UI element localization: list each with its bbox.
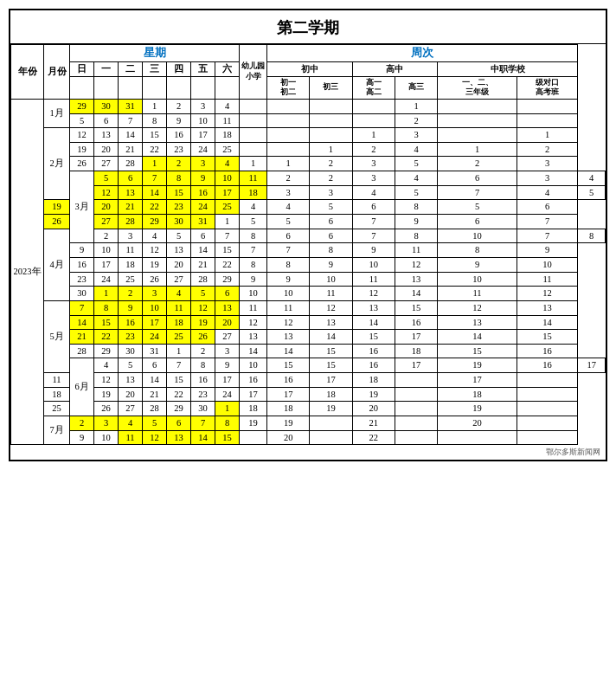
day-cell: 1 (143, 157, 167, 171)
j3-cell: 2 (310, 157, 352, 171)
day-cell: 28 (119, 215, 143, 229)
week-number-header: 周次 (267, 45, 578, 62)
day-cell: 6 (215, 287, 240, 301)
h12-cell: 11 (352, 272, 395, 287)
wd-sub-wed (143, 76, 167, 99)
j3-cell (310, 128, 352, 143)
j3-cell: 17 (310, 373, 352, 388)
table-row: 25 26 27 28 29 30 1 18 18 19 20 19 (11, 402, 606, 416)
table-row: 5 6 7 8 9 10 11 2 (11, 113, 606, 128)
vgk-cell: 15 (517, 330, 577, 345)
j12-cell (267, 128, 310, 143)
vgk-cell: 1 (517, 128, 577, 143)
wd-sub-mon (94, 76, 119, 99)
table-row: 11 12 13 14 15 16 17 16 16 17 18 17 (11, 373, 606, 388)
h12-cell: 16 (352, 344, 395, 358)
day-cell: 16 (191, 373, 215, 388)
day-cell: 8 (191, 358, 215, 373)
year-cell: 2023年 (11, 99, 44, 444)
day-cell: 4 (215, 99, 240, 113)
day-cell: 23 (167, 200, 191, 215)
month-may: 5月 (44, 300, 70, 372)
day-cell: 21 (119, 200, 143, 215)
day-cell: 22 (215, 257, 240, 272)
vgk-cell (517, 99, 577, 113)
day-cell: 4 (215, 157, 240, 171)
day-cell: 29 (167, 402, 191, 416)
day-cell: 30 (191, 402, 215, 416)
j12-cell: 17 (267, 387, 310, 402)
day-cell: 21 (143, 387, 167, 402)
j12-cell: 4 (267, 200, 310, 215)
v12-cell: 1 (438, 142, 517, 157)
vgk-cell: 13 (517, 300, 577, 315)
wd-sun: 日 (70, 61, 94, 76)
day-cell: 20 (94, 200, 119, 215)
kinder-cell: 2 (267, 171, 310, 186)
day-cell: 18 (215, 128, 240, 143)
day-cell: 31 (191, 215, 215, 229)
table-row: 30 1 2 3 4 5 6 10 10 11 12 14 11 12 (11, 287, 606, 301)
day-cell: 25 (167, 330, 191, 345)
day-cell: 14 (143, 373, 167, 388)
wd-sub-sat (215, 76, 240, 99)
day-cell: 11 (215, 113, 240, 128)
day-cell: 14 (143, 185, 167, 200)
j12-cell: 7 (267, 243, 310, 258)
vgk-cell (517, 373, 577, 388)
wd-sub-tue (119, 76, 143, 99)
day-cell: 27 (215, 330, 240, 345)
day-cell: 16 (191, 185, 215, 200)
day-cell: 13 (167, 430, 191, 445)
kinder-cell: 1 (240, 157, 267, 171)
day-cell: 31 (143, 344, 167, 358)
day-cell: 12 (191, 300, 215, 315)
h3-cell: 14 (395, 287, 437, 301)
kinder-cell: 6 (267, 229, 310, 243)
day-cell: 17 (94, 257, 119, 272)
j3-cell: 13 (310, 315, 352, 330)
day-cell: 15 (215, 430, 240, 445)
table-row: 26 27 28 29 30 31 1 5 5 6 7 9 6 7 (11, 215, 606, 229)
kinder-cell (240, 99, 267, 113)
v12-cell: 15 (438, 344, 517, 358)
day-cell: 25 (44, 402, 70, 416)
table-row: 26 27 28 1 2 3 4 1 1 2 3 5 2 3 (11, 157, 606, 171)
day-cell: 23 (167, 142, 191, 157)
wd-sub-fri (191, 76, 215, 99)
table-row: 23 24 25 26 27 28 29 9 9 10 11 13 10 11 (11, 272, 606, 287)
h3-cell: 18 (395, 344, 437, 358)
day-cell: 19 (44, 200, 70, 215)
h12-cell: 1 (352, 128, 395, 143)
day-cell: 13 (119, 373, 143, 388)
j3-cell (310, 430, 352, 445)
high3-header: 高三 (395, 76, 437, 99)
h12-cell: 10 (352, 257, 395, 272)
day-cell: 24 (191, 142, 215, 157)
h12-cell: 13 (352, 300, 395, 315)
j12-cell: 11 (267, 300, 310, 315)
h3-cell: 2 (395, 113, 437, 128)
day-cell: 8 (215, 416, 240, 431)
h3-cell: 11 (395, 243, 437, 258)
v12-cell: 14 (438, 330, 517, 345)
j12-cell: 10 (267, 287, 310, 301)
j3-cell: 10 (310, 272, 352, 287)
day-cell: 9 (119, 300, 143, 315)
day-cell: 27 (167, 272, 191, 287)
h3-cell: 19 (438, 358, 517, 373)
vgk-cell: 4 (578, 171, 606, 186)
j3-cell (310, 113, 352, 128)
vgk-cell: 6 (517, 200, 577, 215)
j3-cell: 15 (310, 344, 352, 358)
table-row: 9 10 11 12 13 14 15 7 7 8 9 11 8 9 (11, 243, 606, 258)
j3-cell: 4 (352, 185, 395, 200)
v12-cell: 4 (517, 185, 577, 200)
h12-cell: 4 (395, 171, 437, 186)
day-cell: 19 (94, 387, 119, 402)
day-cell: 21 (119, 142, 143, 157)
j12-cell (267, 113, 310, 128)
h3-cell: 9 (395, 215, 437, 229)
day-cell: 5 (119, 358, 143, 373)
j12-cell: 6 (310, 229, 352, 243)
